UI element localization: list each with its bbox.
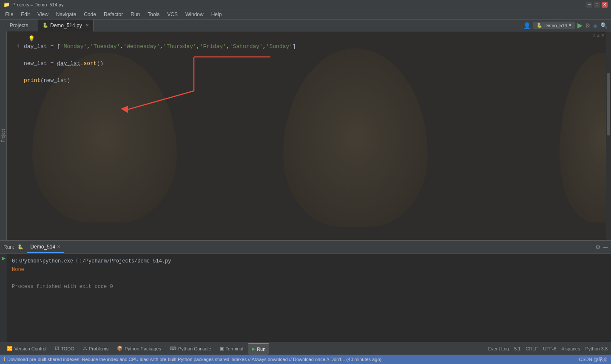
info-bar: ℹ Download pre-built shared indexes: Red… <box>0 355 611 364</box>
status-terminal-label: Terminal <box>226 346 244 351</box>
settings-icon[interactable]: ⚙ <box>585 22 591 29</box>
restore-button[interactable]: □ <box>594 2 600 8</box>
line-sep-value: CRLF <box>526 346 538 351</box>
menu-edit[interactable]: Edit <box>17 11 33 18</box>
title-left: 📁 Projects – Demo_514.py <box>3 2 63 8</box>
code-editor[interactable]: 2 ▲ ▼ 💡 4 <box>7 31 611 240</box>
app-title: Projects – Demo_514.py <box>12 2 63 7</box>
left-sidebar: Project <box>0 31 7 240</box>
run-config-label: Demo_514 <box>544 23 567 28</box>
status-todo-label: TODO <box>61 346 74 351</box>
code-line-empty-1 <box>7 51 611 59</box>
encoding-value: UTF-8 <box>543 346 556 351</box>
status-tab-python-console[interactable]: ⌨ Python Console <box>166 343 215 355</box>
profile-icon[interactable]: 👤 <box>523 22 531 29</box>
status-tab-terminal[interactable]: ▣ Terminal <box>216 343 247 355</box>
run-minimize-button[interactable]: ─ <box>603 244 608 251</box>
menu-vcs[interactable]: VCS <box>164 11 181 18</box>
run-panel-header: Run: 🐍 Demo_514 ✕ ⚙ ─ <box>0 241 611 254</box>
title-bar: 📁 Projects – Demo_514.py ─ □ ✕ <box>0 0 611 9</box>
search-icon[interactable]: 🔍 <box>600 22 608 29</box>
menu-run[interactable]: Run <box>127 11 143 18</box>
run-output[interactable]: G:\Python\python.exe F:/Pycharm/Projects… <box>7 254 611 342</box>
info-icon: ℹ <box>3 356 6 362</box>
output-line-exit: Process finished with exit code 0 <box>12 282 606 291</box>
run-panel: Run: 🐍 Demo_514 ✕ ⚙ ─ ▶ G:\Python\python… <box>0 240 611 342</box>
run-button[interactable]: ▶ <box>577 21 583 29</box>
statusbar-right: Event Log 5:1 CRLF UTF-8 4 spaces Python… <box>488 346 608 351</box>
python-file-icon: 🐍 <box>43 23 48 28</box>
menu-navigate[interactable]: Navigate <box>53 11 80 18</box>
packages-icon: 📦 <box>117 346 123 351</box>
line-col-value: 5:1 <box>514 346 520 351</box>
file-tab-demo514[interactable]: 🐍 Demo_514.py ✕ <box>38 20 94 31</box>
status-tab-todo[interactable]: ☑ TODO <box>51 343 78 355</box>
pycharm-icon[interactable]: ◈ <box>593 22 598 29</box>
menu-refactor[interactable]: Refactor <box>100 11 126 18</box>
status-console-label: Python Console <box>178 346 211 351</box>
editor-section: Project 2 ▲ ▼ 💡 <box>0 31 611 240</box>
menu-file[interactable]: File <box>2 11 17 18</box>
problems-icon: ⚠ <box>83 346 87 351</box>
config-icon: 🐍 <box>537 23 543 28</box>
status-tab-vcs[interactable]: 🔀 Version Control <box>3 343 50 355</box>
status-tab-python-packages[interactable]: 📦 Python Packages <box>114 343 165 355</box>
run-config-button[interactable]: 🐍 Demo_514 ▾ <box>533 22 575 29</box>
lightbulb-line: 💡 <box>7 35 611 42</box>
code-line-print: print(new_lst) <box>7 76 611 85</box>
code-line-4: 4 day_lst = ['Monday','Tuesday','Wednesd… <box>7 42 611 51</box>
file-tab-label: Demo_514.py <box>50 23 82 28</box>
console-icon: ⌨ <box>170 346 176 351</box>
code-content-new-lst: new_lst = day_lst.sort() <box>24 59 611 68</box>
run-tab-close-icon[interactable]: ✕ <box>57 244 60 249</box>
title-buttons: ─ □ ✕ <box>586 2 608 8</box>
output-line-none: None <box>12 265 606 274</box>
close-button[interactable]: ✕ <box>602 2 608 8</box>
run-icon: ▶ <box>252 346 255 352</box>
terminal-icon: ▣ <box>220 346 224 351</box>
run-left-icons: ▶ <box>0 254 7 342</box>
close-tab-icon[interactable]: ✕ <box>85 23 89 28</box>
csdn-label: CSDN @示众 <box>579 356 608 363</box>
lightbulb-icon: 💡 <box>28 35 35 42</box>
code-line-new-lst: new_lst = day_lst.sort() <box>7 59 611 68</box>
code-content-print: print(new_lst) <box>24 76 611 85</box>
menu-window[interactable]: Window <box>182 11 207 18</box>
project-sidebar-label: Project <box>1 129 6 142</box>
app-icon: 📁 <box>3 2 10 8</box>
status-tab-run[interactable]: ▶ Run <box>248 343 269 355</box>
code-content-4: day_lst = ['Monday','Tuesday','Wednesday… <box>24 42 611 51</box>
todo-icon: ☑ <box>55 346 59 351</box>
menu-code[interactable]: Code <box>80 11 99 18</box>
code-lines: 💡 4 day_lst = ['Monday','Tuesday','Wedne… <box>7 31 611 88</box>
menu-help[interactable]: Help <box>208 11 225 18</box>
status-bar: 🔀 Version Control ☑ TODO ⚠ Problems 📦 Py… <box>0 342 611 355</box>
projects-button[interactable]: Projects <box>0 20 38 31</box>
run-tab-label: Demo_514 <box>30 244 55 250</box>
menu-bar: File Edit View Navigate Code Refactor Ru… <box>0 9 611 20</box>
content-area: Project 2 ▲ ▼ 💡 <box>0 31 611 342</box>
menu-tools[interactable]: Tools <box>144 11 163 18</box>
minimize-button[interactable]: ─ <box>586 2 592 8</box>
run-settings-button[interactable]: ⚙ <box>595 244 601 251</box>
run-demo-icon: 🐍 <box>17 244 23 250</box>
main-tab-bar: Projects 🐍 Demo_514.py ✕ 👤 🐍 Demo_514 ▾ … <box>0 20 611 31</box>
run-panel-tools: ⚙ ─ <box>595 244 608 251</box>
line-number-4: 4 <box>7 42 24 51</box>
indent-value: 4 spaces <box>561 346 580 351</box>
infobar-right: CSDN @示众 <box>579 356 608 363</box>
run-label: Run: <box>3 244 14 250</box>
menu-view[interactable]: View <box>34 11 52 18</box>
status-run-label: Run <box>257 347 265 352</box>
run-tab-demo514[interactable]: Demo_514 ✕ <box>27 241 64 253</box>
svg-line-0 <box>126 91 194 110</box>
python-ver-value: Python 3.8 <box>585 346 608 351</box>
top-right-toolbar: 👤 🐍 Demo_514 ▾ ▶ ⚙ ◈ 🔍 <box>523 21 611 29</box>
event-log-label[interactable]: Event Log <box>488 346 509 351</box>
run-content-area: ▶ G:\Python\python.exe F:/Pycharm/Projec… <box>0 254 611 342</box>
status-packages-label: Python Packages <box>125 346 161 351</box>
vcs-icon: 🔀 <box>7 346 13 351</box>
output-line-cmd: G:\Python\python.exe F:/Pycharm/Projects… <box>12 257 606 265</box>
status-tab-problems[interactable]: ⚠ Problems <box>80 343 112 355</box>
svg-marker-1 <box>121 106 128 113</box>
